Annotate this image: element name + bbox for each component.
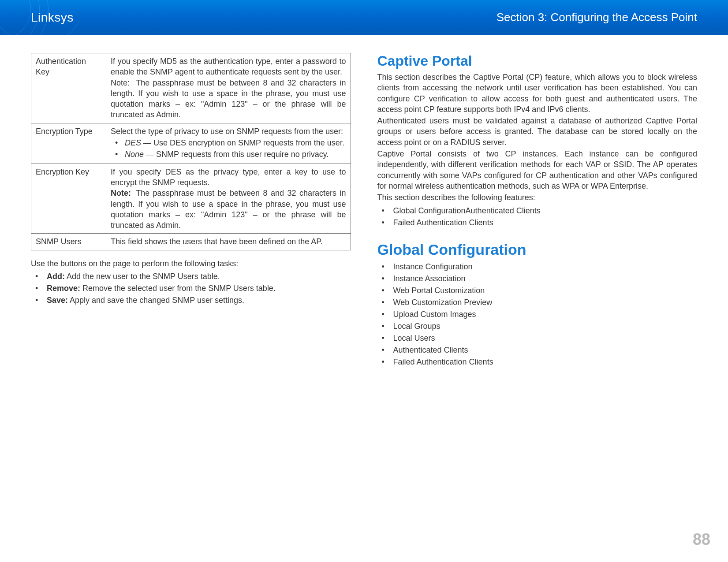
list-item: Web Customization Preview (377, 297, 698, 309)
task-lead: Add: (47, 272, 65, 281)
list-item: DES — Use DES encryption on SNMP request… (111, 138, 346, 148)
desc-intro: If you specify MD5 as the authentication… (111, 57, 346, 76)
page-header: Linksys Section 3: Configuring the Acces… (0, 0, 728, 35)
term-cell: SNMP Users (31, 234, 106, 250)
right-column: Captive Portal This section describes th… (377, 53, 698, 368)
list-item: Local Groups (377, 320, 698, 332)
table-row: SNMP Users This field shows the users th… (31, 234, 351, 250)
list-item: Authenticated Clients (377, 344, 698, 356)
list-item: Upload Custom Images (377, 309, 698, 320)
task-text: Add the new user to the SNMP Users table… (65, 272, 220, 281)
inner-list: DES — Use DES encryption on SNMP request… (111, 138, 346, 160)
desc-intro: If you specify DES as the privacy type, … (111, 167, 346, 187)
note-text: The passphrase must be between 8 and 32 … (111, 189, 346, 230)
page-number: 88 (693, 530, 710, 549)
list-item: None — SNMP requests from this user requ… (111, 149, 346, 160)
option-text: — Use DES encryption on SNMP requests fr… (141, 138, 344, 147)
option-name: None (125, 150, 144, 159)
list-item: Instance Configuration (377, 261, 698, 273)
note-text: The passphrase must be between 8 and 32 … (111, 78, 346, 119)
captive-para: This section describes the following fea… (377, 192, 698, 203)
term-cell: Encryption Key (31, 164, 106, 234)
note-label: Note: (111, 78, 133, 88)
list-item: Failed Authentication Clients (377, 356, 698, 368)
task-lead: Remove: (47, 284, 80, 293)
list-item: Instance Association (377, 273, 698, 285)
note-label: Note: (111, 188, 133, 198)
tasks-intro: Use the buttons on the page to perform t… (31, 258, 351, 269)
captive-para: This section describes the Captive Porta… (377, 72, 698, 115)
desc-cell: If you specify MD5 as the authentication… (106, 53, 351, 123)
global-config-heading: Global Configuration (377, 241, 698, 258)
list-item: Remove: Remove the selected user from th… (31, 283, 351, 294)
table-row: Authentication Key If you specify MD5 as… (31, 53, 351, 123)
table-row: Encryption Key If you specify DES as the… (31, 164, 351, 234)
table-row: Encryption Type Select the type of priva… (31, 123, 351, 164)
option-text: — SNMP requests from this user require n… (144, 150, 329, 159)
option-name: DES (125, 138, 141, 147)
section-title: Section 3: Configuring the Access Point (497, 11, 697, 24)
captive-portal-heading: Captive Portal (377, 53, 698, 69)
tasks-list: Add: Add the new user to the SNMP Users … (31, 271, 351, 306)
definitions-table: Authentication Key If you specify MD5 as… (31, 53, 351, 250)
task-text: Apply and save the changed SNMP user set… (68, 296, 244, 305)
list-item: Add: Add the new user to the SNMP Users … (31, 271, 351, 283)
captive-para: Captive Portal consists of two CP instan… (377, 149, 698, 191)
desc-cell: Select the type of privacy to use on SNM… (106, 123, 351, 164)
term-cell: Encryption Type (31, 123, 106, 164)
captive-para: Authenticated users must be validated ag… (377, 115, 698, 148)
captive-body: This section describes the Captive Porta… (377, 72, 698, 203)
term-cell: Authentication Key (31, 53, 106, 123)
left-column: Authentication Key If you specify MD5 as… (31, 53, 351, 368)
brand-label: Linksys (31, 11, 74, 25)
list-item: Web Portal Customization (377, 285, 698, 297)
task-text: Remove the selected user from the SNMP U… (80, 284, 276, 293)
desc-cell: If you specify DES as the privacy type, … (106, 164, 351, 234)
list-item: Local Users (377, 332, 698, 344)
desc-intro: This field shows the users that have bee… (111, 237, 323, 246)
list-item: Failed Authentication Clients (377, 217, 698, 229)
desc-intro: Select the type of privacy to use on SNM… (111, 127, 343, 136)
list-item: Save: Apply and save the changed SNMP us… (31, 294, 351, 306)
desc-cell: This field shows the users that have bee… (106, 234, 351, 250)
task-lead: Save: (47, 296, 68, 305)
page-body: Authentication Key If you specify MD5 as… (0, 35, 728, 368)
global-config-list: Instance Configuration Instance Associat… (377, 261, 698, 368)
list-item: Global ConfigurationAuthenticated Client… (377, 205, 698, 217)
captive-features-list: Global ConfigurationAuthenticated Client… (377, 205, 698, 229)
